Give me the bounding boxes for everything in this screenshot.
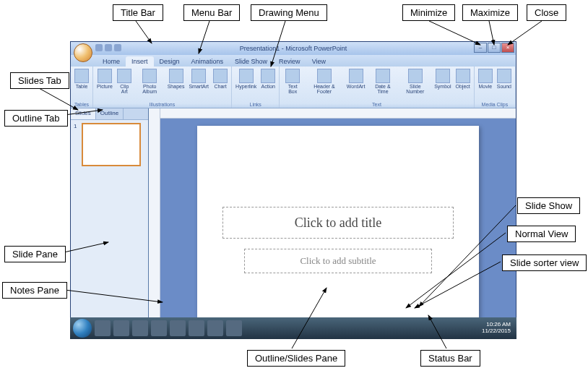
tab-design[interactable]: Design xyxy=(154,56,186,67)
movie-icon xyxy=(478,69,493,83)
label-slidestab: Slides Tab xyxy=(10,72,69,89)
object-icon xyxy=(456,69,470,83)
label-outlineslides: Outline/Slides Pane xyxy=(247,350,345,367)
svg-line-0 xyxy=(136,21,152,43)
horizontal-ruler xyxy=(160,108,516,119)
ribbon-item-label: Shapes xyxy=(168,84,185,89)
ribbon-group-illustrations: PictureClip ArtPhoto AlbumShapesSmartArt… xyxy=(93,67,232,108)
symbol-icon xyxy=(436,69,450,83)
chart-icon xyxy=(213,69,228,83)
ribbon-item-label: Table xyxy=(76,84,88,89)
ribbon-text-box[interactable]: Text Box xyxy=(282,68,303,95)
ribbon-wordart[interactable]: WordArt xyxy=(345,68,367,90)
maximize-button[interactable]: □ xyxy=(488,43,501,53)
system-tray[interactable]: 10:26 AM 11/22/2015 xyxy=(482,322,514,335)
group-label: Tables xyxy=(73,102,90,108)
label-menubar: Menu Bar xyxy=(183,4,240,21)
ribbon-item-label: Sound xyxy=(497,84,511,89)
ribbon-item-label: WordArt xyxy=(347,84,366,89)
taskbar-icon[interactable] xyxy=(113,320,129,336)
shapes-icon xyxy=(169,69,183,83)
ribbon-item-label: Movie xyxy=(478,84,492,89)
ribbon-header-footer[interactable]: Header & Footer xyxy=(305,68,344,95)
title-placeholder[interactable]: Click to add title xyxy=(222,207,454,239)
label-drawingmenu: Drawing Menu xyxy=(251,4,327,21)
ribbon-item-label: Text Box xyxy=(283,84,302,94)
slide-canvas-area: Click to add title Click to add subtitle xyxy=(160,119,516,328)
clip-art-icon xyxy=(117,69,131,83)
ribbon-smartart[interactable]: SmartArt xyxy=(187,68,210,90)
header-footer-icon xyxy=(317,69,332,83)
ribbon-item-label: Clip Art xyxy=(117,84,132,94)
taskbar-icon[interactable] xyxy=(226,320,242,336)
taskbar-icon[interactable] xyxy=(207,320,223,336)
group-label: Illustrations xyxy=(95,102,229,108)
ribbon-clip-art[interactable]: Clip Art xyxy=(116,68,134,95)
ribbon-chart[interactable]: Chart xyxy=(212,68,229,90)
hyperlink-icon xyxy=(239,69,254,83)
tab-home[interactable]: Home xyxy=(97,56,126,67)
ribbon-shapes[interactable]: Shapes xyxy=(166,68,186,90)
ribbon-item-label: Photo Album xyxy=(137,84,163,94)
ribbon-group-text: Text BoxHeader & FooterWordArtDate & Tim… xyxy=(280,67,474,108)
ribbon-photo-album[interactable]: Photo Album xyxy=(135,68,165,95)
action-icon xyxy=(261,69,275,83)
ribbon-item-label: Hyperlink xyxy=(235,84,256,89)
taskbar-icon[interactable] xyxy=(151,320,167,336)
label-minimize: Minimize xyxy=(402,4,455,21)
thumb-number: 1 xyxy=(74,123,77,129)
slide-thumbnail[interactable] xyxy=(82,123,141,166)
text-box-icon xyxy=(285,69,300,83)
ribbon-item-label: SmartArt xyxy=(189,84,209,89)
ribbon-group-links: HyperlinkActionLinks xyxy=(232,67,280,108)
tab-slideshow[interactable]: Slide Show xyxy=(229,56,273,67)
ribbon-hyperlink[interactable]: Hyperlink xyxy=(234,68,258,90)
label-close: Close xyxy=(527,4,566,21)
subtitle-placeholder[interactable]: Click to add subtitle xyxy=(244,249,432,273)
start-button[interactable] xyxy=(73,319,92,338)
quick-access-toolbar[interactable] xyxy=(95,44,121,51)
taskbar-icon[interactable] xyxy=(189,320,204,336)
ribbon: TableTablesPictureClip ArtPhoto AlbumSha… xyxy=(71,67,516,108)
ribbon-date-time[interactable]: Date & Time xyxy=(368,68,397,95)
ribbon-object[interactable]: Object xyxy=(454,68,472,90)
ribbon-item-label: Action xyxy=(261,84,275,89)
ribbon-item-label: Object xyxy=(456,84,470,89)
sound-icon xyxy=(497,69,511,83)
group-label: Media Clips xyxy=(477,102,513,108)
minimize-button[interactable]: – xyxy=(474,43,487,53)
ribbon-item-label: Symbol xyxy=(434,84,451,89)
title-bar: Presentation1 - Microsoft PowerPoint – □… xyxy=(71,42,516,55)
windows-taskbar: 10:26 AM 11/22/2015 xyxy=(70,317,516,339)
taskbar-icon[interactable] xyxy=(95,320,111,336)
office-button[interactable] xyxy=(74,43,92,62)
ribbon-slide-number[interactable]: Slide Number xyxy=(399,68,431,95)
label-outlinetab: Outline Tab xyxy=(4,110,68,127)
group-label: Text xyxy=(282,102,471,108)
ribbon-item-label: Header & Footer xyxy=(306,84,342,94)
close-button[interactable]: × xyxy=(501,43,514,53)
slides-tab[interactable]: Slides xyxy=(71,108,96,119)
tab-review[interactable]: Review xyxy=(273,56,306,67)
tab-view[interactable]: View xyxy=(306,56,332,67)
slides-outline-pane: Slides Outline 1 xyxy=(71,108,149,328)
ribbon-movie[interactable]: Movie xyxy=(477,68,494,90)
taskbar-icon[interactable] xyxy=(170,320,186,336)
ribbon-tabs: Home Insert Design Animations Slide Show… xyxy=(71,55,516,67)
thumbnail-list[interactable]: 1 xyxy=(71,120,148,328)
taskbar-icon[interactable] xyxy=(132,320,148,336)
window-title: Presentation1 - Microsoft PowerPoint xyxy=(240,45,347,52)
ribbon-item-label: Picture xyxy=(97,84,113,89)
label-notespane: Notes Pane xyxy=(2,282,67,299)
outline-tab[interactable]: Outline xyxy=(96,108,124,119)
tab-insert[interactable]: Insert xyxy=(126,56,154,67)
tab-animations[interactable]: Animations xyxy=(186,56,230,67)
label-titlebar: Title Bar xyxy=(113,4,163,21)
ribbon-sound[interactable]: Sound xyxy=(496,68,513,90)
ribbon-symbol[interactable]: Symbol xyxy=(433,68,452,90)
label-slidepane: Slide Pane xyxy=(4,246,66,262)
ribbon-action[interactable]: Action xyxy=(259,68,277,90)
smartart-icon xyxy=(191,69,206,83)
ribbon-picture[interactable]: Picture xyxy=(95,68,114,90)
ribbon-table[interactable]: Table xyxy=(73,68,90,90)
